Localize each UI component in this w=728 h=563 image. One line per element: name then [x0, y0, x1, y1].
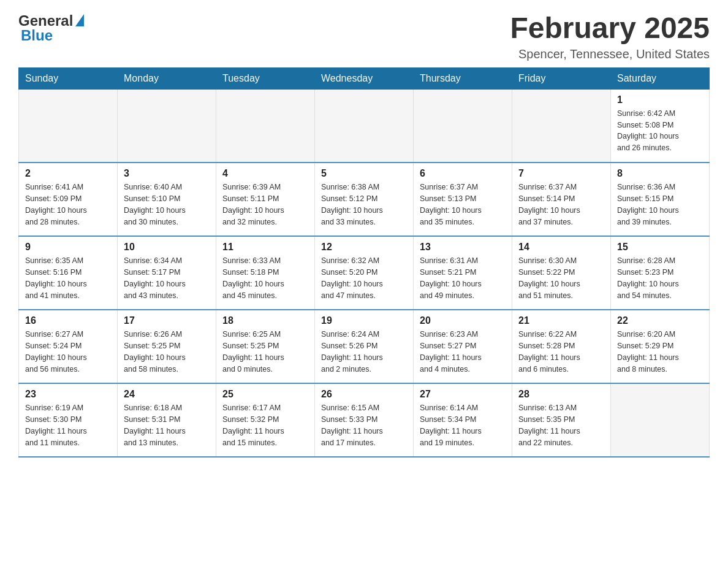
day-number: 4 — [222, 168, 308, 179]
day-info: Sunrise: 6:18 AMSunset: 5:31 PMDaylight:… — [124, 402, 210, 448]
calendar-week-row: 1Sunrise: 6:42 AMSunset: 5:08 PMDaylight… — [19, 89, 710, 163]
calendar-day-cell: 4Sunrise: 6:39 AMSunset: 5:11 PMDaylight… — [216, 163, 315, 236]
calendar-day-cell: 19Sunrise: 6:24 AMSunset: 5:26 PMDayligh… — [315, 310, 414, 383]
calendar-week-row: 9Sunrise: 6:35 AMSunset: 5:16 PMDaylight… — [19, 236, 710, 310]
calendar-day-cell: 20Sunrise: 6:23 AMSunset: 5:27 PMDayligh… — [414, 310, 512, 383]
weekday-header-saturday: Saturday — [611, 67, 710, 89]
day-number: 20 — [420, 315, 506, 326]
day-info: Sunrise: 6:30 AMSunset: 5:22 PMDaylight:… — [518, 255, 604, 301]
calendar-day-cell: 21Sunrise: 6:22 AMSunset: 5:28 PMDayligh… — [512, 310, 611, 383]
calendar-day-cell: 17Sunrise: 6:26 AMSunset: 5:25 PMDayligh… — [118, 310, 216, 383]
day-info: Sunrise: 6:38 AMSunset: 5:12 PMDaylight:… — [321, 182, 407, 228]
day-number: 3 — [124, 168, 210, 179]
calendar-day-cell — [19, 89, 118, 163]
day-number: 10 — [124, 242, 210, 253]
calendar-day-cell: 27Sunrise: 6:14 AMSunset: 5:34 PMDayligh… — [414, 383, 512, 457]
day-number: 11 — [222, 242, 308, 253]
logo-blue-text: Blue — [21, 27, 53, 44]
day-info: Sunrise: 6:37 AMSunset: 5:13 PMDaylight:… — [420, 182, 506, 228]
day-number: 26 — [321, 389, 407, 400]
calendar-day-cell — [216, 89, 315, 163]
day-number: 22 — [617, 315, 703, 326]
day-info: Sunrise: 6:25 AMSunset: 5:25 PMDaylight:… — [222, 329, 308, 375]
calendar-day-cell: 28Sunrise: 6:13 AMSunset: 5:35 PMDayligh… — [512, 383, 611, 457]
day-info: Sunrise: 6:22 AMSunset: 5:28 PMDaylight:… — [518, 329, 604, 375]
calendar-day-cell — [414, 89, 512, 163]
day-info: Sunrise: 6:32 AMSunset: 5:20 PMDaylight:… — [321, 255, 407, 301]
day-number: 21 — [518, 315, 604, 326]
day-info: Sunrise: 6:35 AMSunset: 5:16 PMDaylight:… — [25, 255, 111, 301]
calendar-day-cell: 10Sunrise: 6:34 AMSunset: 5:17 PMDayligh… — [118, 236, 216, 310]
day-number: 23 — [25, 389, 111, 400]
day-number: 16 — [25, 315, 111, 326]
day-info: Sunrise: 6:41 AMSunset: 5:09 PMDaylight:… — [25, 182, 111, 228]
weekday-header-friday: Friday — [512, 67, 611, 89]
calendar-day-cell — [315, 89, 414, 163]
month-title: February 2025 — [510, 12, 710, 45]
calendar-week-row: 2Sunrise: 6:41 AMSunset: 5:09 PMDaylight… — [19, 163, 710, 236]
weekday-header-sunday: Sunday — [19, 67, 118, 89]
day-number: 24 — [124, 389, 210, 400]
calendar-day-cell: 14Sunrise: 6:30 AMSunset: 5:22 PMDayligh… — [512, 236, 611, 310]
weekday-header-thursday: Thursday — [414, 67, 512, 89]
day-info: Sunrise: 6:28 AMSunset: 5:23 PMDaylight:… — [617, 255, 703, 301]
day-number: 18 — [222, 315, 308, 326]
day-number: 28 — [518, 389, 604, 400]
calendar-week-row: 23Sunrise: 6:19 AMSunset: 5:30 PMDayligh… — [19, 383, 710, 457]
day-number: 19 — [321, 315, 407, 326]
day-number: 9 — [25, 242, 111, 253]
weekday-header-tuesday: Tuesday — [216, 67, 315, 89]
day-number: 25 — [222, 389, 308, 400]
day-number: 14 — [518, 242, 604, 253]
day-number: 17 — [124, 315, 210, 326]
calendar-day-cell: 8Sunrise: 6:36 AMSunset: 5:15 PMDaylight… — [611, 163, 710, 236]
day-info: Sunrise: 6:15 AMSunset: 5:33 PMDaylight:… — [321, 402, 407, 448]
calendar-table: SundayMondayTuesdayWednesdayThursdayFrid… — [18, 67, 710, 458]
calendar-day-cell: 18Sunrise: 6:25 AMSunset: 5:25 PMDayligh… — [216, 310, 315, 383]
calendar-day-cell: 3Sunrise: 6:40 AMSunset: 5:10 PMDaylight… — [118, 163, 216, 236]
day-number: 15 — [617, 242, 703, 253]
calendar-day-cell: 16Sunrise: 6:27 AMSunset: 5:24 PMDayligh… — [19, 310, 118, 383]
day-info: Sunrise: 6:27 AMSunset: 5:24 PMDaylight:… — [25, 329, 111, 375]
day-info: Sunrise: 6:20 AMSunset: 5:29 PMDaylight:… — [617, 329, 703, 375]
day-info: Sunrise: 6:24 AMSunset: 5:26 PMDaylight:… — [321, 329, 407, 375]
calendar-day-cell: 13Sunrise: 6:31 AMSunset: 5:21 PMDayligh… — [414, 236, 512, 310]
calendar-day-cell: 7Sunrise: 6:37 AMSunset: 5:14 PMDaylight… — [512, 163, 611, 236]
day-number: 12 — [321, 242, 407, 253]
day-info: Sunrise: 6:23 AMSunset: 5:27 PMDaylight:… — [420, 329, 506, 375]
day-info: Sunrise: 6:37 AMSunset: 5:14 PMDaylight:… — [518, 182, 604, 228]
triangle-icon — [75, 14, 84, 26]
day-number: 2 — [25, 168, 111, 179]
day-info: Sunrise: 6:19 AMSunset: 5:30 PMDaylight:… — [25, 402, 111, 448]
day-info: Sunrise: 6:39 AMSunset: 5:11 PMDaylight:… — [222, 182, 308, 228]
day-number: 6 — [420, 168, 506, 179]
day-info: Sunrise: 6:17 AMSunset: 5:32 PMDaylight:… — [222, 402, 308, 448]
day-number: 8 — [617, 168, 703, 179]
calendar-day-cell: 15Sunrise: 6:28 AMSunset: 5:23 PMDayligh… — [611, 236, 710, 310]
day-info: Sunrise: 6:14 AMSunset: 5:34 PMDaylight:… — [420, 402, 506, 448]
day-number: 5 — [321, 168, 407, 179]
calendar-day-cell: 5Sunrise: 6:38 AMSunset: 5:12 PMDaylight… — [315, 163, 414, 236]
calendar-day-cell: 6Sunrise: 6:37 AMSunset: 5:13 PMDaylight… — [414, 163, 512, 236]
weekday-header-wednesday: Wednesday — [315, 67, 414, 89]
day-number: 7 — [518, 168, 604, 179]
calendar-day-cell: 11Sunrise: 6:33 AMSunset: 5:18 PMDayligh… — [216, 236, 315, 310]
calendar-day-cell: 9Sunrise: 6:35 AMSunset: 5:16 PMDaylight… — [19, 236, 118, 310]
day-info: Sunrise: 6:13 AMSunset: 5:35 PMDaylight:… — [518, 402, 604, 448]
calendar-day-cell — [611, 383, 710, 457]
day-number: 13 — [420, 242, 506, 253]
calendar-day-cell: 23Sunrise: 6:19 AMSunset: 5:30 PMDayligh… — [19, 383, 118, 457]
day-info: Sunrise: 6:33 AMSunset: 5:18 PMDaylight:… — [222, 255, 308, 301]
calendar-header: SundayMondayTuesdayWednesdayThursdayFrid… — [19, 67, 710, 89]
calendar-day-cell: 24Sunrise: 6:18 AMSunset: 5:31 PMDayligh… — [118, 383, 216, 457]
day-number: 27 — [420, 389, 506, 400]
day-info: Sunrise: 6:42 AMSunset: 5:08 PMDaylight:… — [617, 108, 703, 154]
day-info: Sunrise: 6:36 AMSunset: 5:15 PMDaylight:… — [617, 182, 703, 228]
logo: General Blue — [18, 12, 84, 44]
calendar-day-cell: 25Sunrise: 6:17 AMSunset: 5:32 PMDayligh… — [216, 383, 315, 457]
weekday-header-monday: Monday — [118, 67, 216, 89]
title-section: February 2025 Spencer, Tennessee, United… — [510, 12, 710, 61]
calendar-day-cell — [118, 89, 216, 163]
page-header: General Blue February 2025 Spencer, Tenn… — [18, 12, 710, 61]
day-number: 1 — [617, 94, 703, 105]
